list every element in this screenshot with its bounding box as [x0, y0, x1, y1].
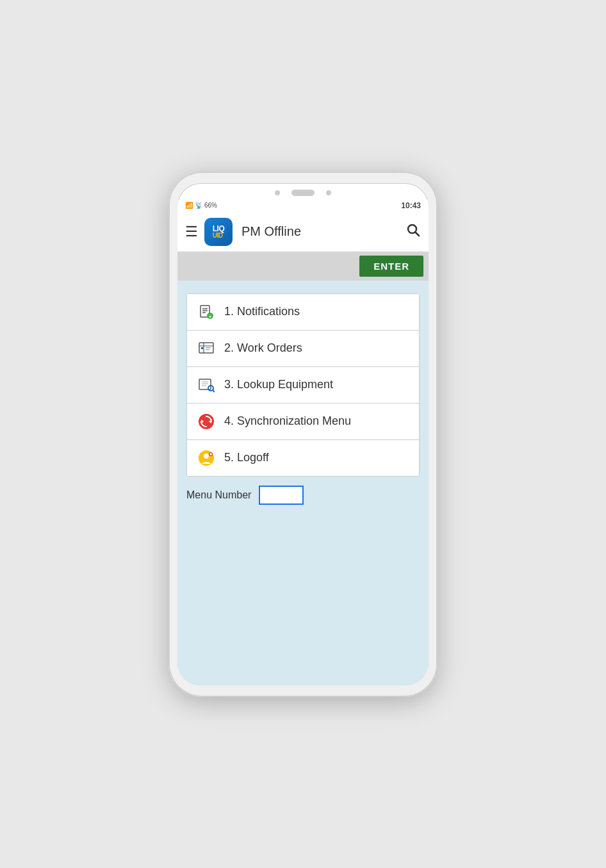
- svg-line-1: [416, 232, 420, 236]
- phone-frame: 📶 📡 66% 10:43 ☰ LIQ UID PM Offline: [168, 172, 438, 697]
- app-bar: ☰ LIQ UID PM Offline: [177, 213, 429, 252]
- camera-dot: [275, 190, 280, 195]
- sync-icon: [197, 413, 215, 430]
- menu-item-lookup-label: 3. Lookup Equipment: [224, 378, 333, 391]
- status-icons: 📶 📡 66%: [185, 202, 217, 209]
- battery-icon: 66%: [204, 202, 217, 209]
- svg-rect-13: [206, 349, 209, 350]
- svg-point-24: [204, 454, 209, 459]
- menu-item-logoff[interactable]: 5. Logoff: [187, 440, 419, 476]
- phone-sensors: [177, 183, 429, 200]
- menu-item-workorders-label: 2. Work Orders: [224, 341, 302, 355]
- menu-list: + 1. Notifications: [186, 293, 420, 477]
- notifications-icon: +: [197, 303, 215, 321]
- menu-item-workorders[interactable]: 2. Work Orders: [187, 331, 419, 367]
- status-bar: 📶 📡 66% 10:43: [177, 200, 429, 213]
- menu-number-label: Menu Number: [186, 489, 251, 501]
- enter-bar: ENTER: [177, 252, 429, 281]
- workorders-icon: [197, 340, 215, 357]
- svg-line-19: [213, 390, 215, 392]
- menu-item-lookup[interactable]: 3. Lookup Equipment: [187, 367, 419, 404]
- search-icon: [405, 222, 421, 238]
- search-button[interactable]: [405, 222, 421, 242]
- hamburger-menu-button[interactable]: ☰: [185, 225, 198, 239]
- phone-screen: 📶 📡 66% 10:43 ☰ LIQ UID PM Offline: [177, 183, 429, 685]
- svg-rect-11: [201, 347, 203, 349]
- menu-item-sync-label: 4. Synchronization Menu: [224, 414, 351, 428]
- logoff-icon: [197, 449, 215, 467]
- speaker-grille: [291, 190, 315, 196]
- wifi-icon: 📡: [195, 202, 202, 209]
- sensor-dot: [326, 190, 331, 195]
- menu-number-input[interactable]: [259, 486, 304, 505]
- lookup-icon: [197, 376, 215, 394]
- app-title: PM Offline: [242, 224, 399, 239]
- logo-top-text: LIQ: [213, 225, 225, 233]
- enter-button[interactable]: ENTER: [359, 256, 423, 277]
- app-logo: LIQ UID: [204, 218, 233, 246]
- svg-rect-12: [206, 347, 211, 348]
- menu-item-notifications-label: 1. Notifications: [224, 305, 300, 318]
- menu-item-notifications[interactable]: + 1. Notifications: [187, 294, 419, 331]
- svg-text:+: +: [209, 314, 212, 320]
- svg-rect-14: [199, 379, 211, 389]
- logo-bottom-text: UID: [213, 233, 225, 239]
- menu-number-row: Menu Number: [186, 486, 420, 505]
- menu-item-sync[interactable]: 4. Synchronization Menu: [187, 404, 419, 440]
- status-time: 10:43: [401, 201, 421, 210]
- menu-item-logoff-label: 5. Logoff: [224, 451, 269, 464]
- main-content: + 1. Notifications: [177, 281, 429, 685]
- notification-icon: 📶: [185, 202, 193, 209]
